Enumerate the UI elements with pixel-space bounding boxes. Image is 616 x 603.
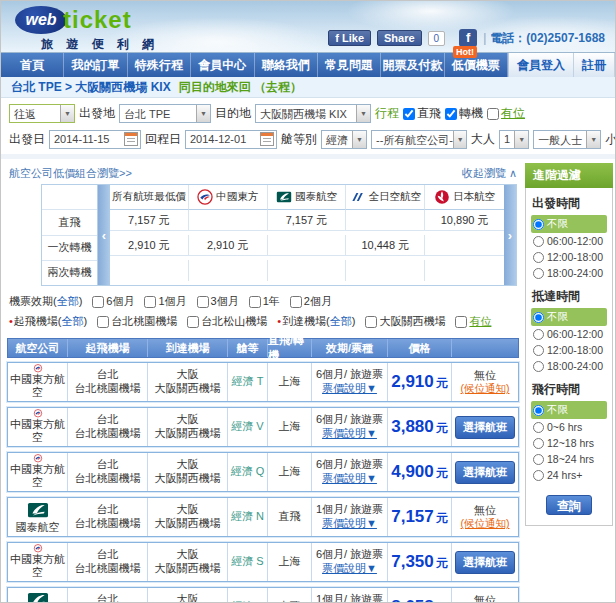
- adult-count-select[interactable]: 1▼: [499, 130, 529, 149]
- radio-input[interactable]: [533, 268, 544, 279]
- arrive-time-option-morning[interactable]: 06:00-12:00: [531, 326, 607, 342]
- register-link[interactable]: 註冊: [574, 53, 615, 77]
- kansai-airport-checkbox[interactable]: 大阪關西機場: [365, 314, 445, 329]
- available-seat-checkbox[interactable]: 有位: [487, 105, 525, 122]
- nav-item-home[interactable]: 首頁: [1, 53, 64, 77]
- checkbox-input[interactable]: [197, 296, 209, 308]
- chevron-down-icon: ▼: [586, 131, 600, 148]
- checkbox-input[interactable]: [365, 316, 377, 328]
- nav-item-member-center[interactable]: 會員中心: [191, 53, 254, 77]
- duration-option-18-24[interactable]: 18~24 hrs: [531, 451, 607, 467]
- option-label: 不限: [547, 403, 568, 417]
- radio-input[interactable]: [533, 454, 544, 465]
- member-login-link[interactable]: 會員登入: [509, 53, 574, 77]
- china-eastern-logo-icon: [26, 364, 50, 373]
- validity-3month-checkbox[interactable]: 3個月: [197, 294, 239, 309]
- fare-matrix: 直飛 一次轉機 兩次轉機 ‹ 所有航班最低價 中國東方 國泰航空: [41, 184, 517, 286]
- waitlist-link[interactable]: (候位通知): [461, 382, 510, 395]
- nav-item-my-orders[interactable]: 我的訂單: [64, 53, 127, 77]
- depart-all-link[interactable]: 全部: [62, 315, 84, 327]
- validity-text: 1個月/ 旅遊票: [316, 503, 383, 517]
- nav-item-special-trips[interactable]: 特殊行程: [128, 53, 191, 77]
- calendar-icon[interactable]: [124, 132, 138, 146]
- trip-type-select[interactable]: 往返▼: [9, 104, 75, 123]
- validity-6month-checkbox[interactable]: 6個月: [92, 294, 134, 309]
- validity-all-link[interactable]: 全部: [57, 295, 79, 307]
- origin-select[interactable]: 台北 TPE▼: [119, 104, 211, 123]
- nav-item-faq[interactable]: 常見問題: [318, 53, 381, 77]
- fare-detail-link[interactable]: 票價說明▼: [322, 562, 377, 576]
- checkbox-input[interactable]: [92, 296, 104, 308]
- radio-input[interactable]: [533, 405, 544, 416]
- validity-1year-checkbox[interactable]: 1年: [249, 294, 280, 309]
- matrix-scroll-right-arrow[interactable]: ›: [504, 185, 516, 285]
- songshan-airport-checkbox[interactable]: 台北松山機場: [187, 314, 267, 329]
- facebook-page-icon[interactable]: f: [459, 29, 477, 47]
- passenger-type-select[interactable]: 一般人士▼: [533, 130, 601, 149]
- radio-input[interactable]: [533, 252, 544, 263]
- transfer-flight-checkbox[interactable]: 轉機: [445, 105, 483, 122]
- checkbox-input[interactable]: [187, 316, 199, 328]
- webticket-logo[interactable]: web ticket 旅 遊 便 利 網: [15, 6, 159, 53]
- fare-detail-link[interactable]: 票價說明▼: [322, 382, 377, 396]
- direct-checkbox-input[interactable]: [403, 108, 415, 120]
- radio-input[interactable]: [533, 329, 544, 340]
- sidebar-search-button[interactable]: 查詢: [546, 495, 592, 515]
- arrive-time-option-afternoon[interactable]: 12:00-18:00: [531, 342, 607, 358]
- matrix-collapse-link[interactable]: 收起瀏覽 ∧: [462, 166, 517, 181]
- validity-2month-checkbox[interactable]: 2個月: [290, 294, 332, 309]
- facebook-share-button[interactable]: Share: [377, 30, 422, 46]
- destination-select[interactable]: 大阪關西機場 KIX▼: [255, 104, 371, 123]
- available-label[interactable]: 有位: [501, 105, 525, 122]
- depart-date-input[interactable]: [50, 133, 122, 145]
- available-checkbox-input[interactable]: [487, 108, 499, 120]
- radio-input[interactable]: [533, 470, 544, 481]
- checkbox-input[interactable]: [455, 316, 467, 328]
- duration-option-24plus[interactable]: 24 hrs+: [531, 467, 607, 483]
- checkbox-input[interactable]: [249, 296, 261, 308]
- available-filter-checkbox[interactable]: 有位: [455, 314, 491, 329]
- fare-detail-link[interactable]: 票價說明▼: [322, 427, 377, 441]
- radio-input[interactable]: [533, 345, 544, 356]
- airline-select[interactable]: --所有航空公司--▼: [371, 130, 467, 149]
- direct-flight-checkbox[interactable]: 直飛: [403, 105, 441, 122]
- arrive-all-link[interactable]: 全部: [330, 315, 352, 327]
- transfer-checkbox-input[interactable]: [445, 108, 457, 120]
- arrive-time-option-evening[interactable]: 18:00-24:00: [531, 358, 607, 374]
- radio-input[interactable]: [533, 312, 544, 323]
- fare-detail-link[interactable]: 票價說明▼: [322, 472, 377, 486]
- nav-item-contact-us[interactable]: 聯絡我們: [255, 53, 318, 77]
- matrix-scroll-left-arrow[interactable]: ‹: [98, 185, 110, 285]
- select-flight-button[interactable]: 選擇航班: [455, 551, 515, 574]
- return-date-input[interactable]: [186, 133, 258, 145]
- facebook-like-button[interactable]: fLike: [328, 30, 371, 46]
- checkbox-input[interactable]: [290, 296, 302, 308]
- taoyuan-airport-checkbox[interactable]: 台北桃園機場: [97, 314, 177, 329]
- depart-time-option-any[interactable]: 不限: [531, 215, 607, 233]
- select-flight-button[interactable]: 選擇航班: [455, 416, 515, 439]
- duration-option-0-6[interactable]: 0~6 hrs: [531, 419, 607, 435]
- checkbox-input[interactable]: [97, 316, 109, 328]
- calendar-icon[interactable]: [260, 132, 274, 146]
- matrix-title-link[interactable]: 航空公司低價組合瀏覽>>: [9, 166, 132, 181]
- nav-item-ticketing-payment[interactable]: 開票及付款: [381, 53, 444, 77]
- cabin-select[interactable]: 經濟▼: [321, 130, 367, 149]
- fare-detail-link[interactable]: 票價說明▼: [322, 517, 377, 531]
- duration-option-any[interactable]: 不限: [531, 401, 607, 419]
- radio-input[interactable]: [533, 438, 544, 449]
- available-label[interactable]: 有位: [469, 314, 491, 329]
- validity-1month-checkbox[interactable]: 1個月: [144, 294, 186, 309]
- depart-time-option-evening[interactable]: 18:00-24:00: [531, 265, 607, 281]
- radio-input[interactable]: [533, 422, 544, 433]
- waitlist-link[interactable]: (候位通知): [461, 517, 510, 530]
- select-flight-button[interactable]: 選擇航班: [455, 461, 515, 484]
- radio-input[interactable]: [533, 219, 544, 230]
- checkbox-input[interactable]: [144, 296, 156, 308]
- depart-time-option-morning[interactable]: 06:00-12:00: [531, 233, 607, 249]
- duration-option-12-18[interactable]: 12~18 hrs: [531, 435, 607, 451]
- radio-input[interactable]: [533, 361, 544, 372]
- radio-input[interactable]: [533, 236, 544, 247]
- arrive-time-option-any[interactable]: 不限: [531, 308, 607, 326]
- from-city: 台北: [97, 593, 119, 603]
- depart-time-option-afternoon[interactable]: 12:00-18:00: [531, 249, 607, 265]
